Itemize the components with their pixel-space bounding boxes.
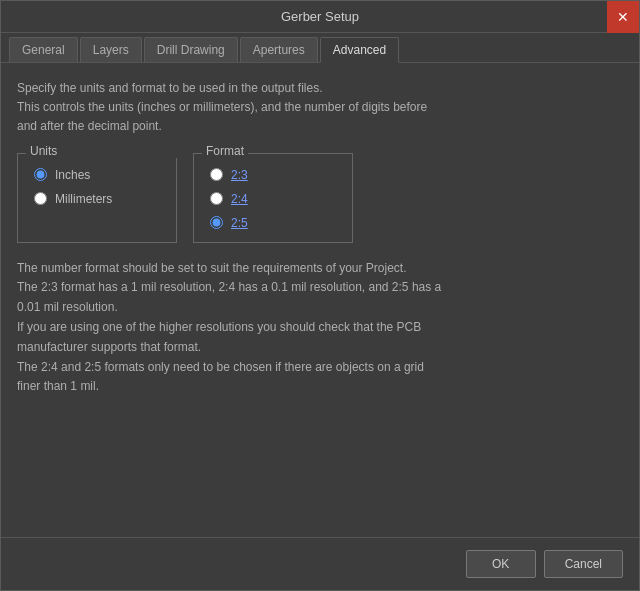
description-text: Specify the units and format to be used … [17,79,623,137]
format-radio-group: 2:3 2:4 2:5 [210,168,336,230]
tab-general[interactable]: General [9,37,78,62]
format-24-item: 2:4 [210,192,336,206]
tab-content: Specify the units and format to be used … [1,63,639,537]
tab-apertures[interactable]: Apertures [240,37,318,62]
units-panel: Units Inches Millimeters [17,153,177,243]
units-millimeters-radio[interactable] [34,192,47,205]
title-bar: Gerber Setup ✕ [1,1,639,33]
format-panel: Format 2:3 2:4 2:5 [193,153,353,243]
footer: OK Cancel [1,537,639,590]
info-text: The number format should be set to suit … [17,259,623,398]
format-23-radio[interactable] [210,168,223,181]
tab-advanced[interactable]: Advanced [320,37,399,63]
format-24-label[interactable]: 2:4 [231,192,248,206]
description-line3: and after the decimal point. [17,119,162,133]
units-inches-item: Inches [34,168,160,182]
tab-drill-drawing[interactable]: Drill Drawing [144,37,238,62]
ok-button[interactable]: OK [466,550,536,578]
units-millimeters-item: Millimeters [34,192,160,206]
format-23-label[interactable]: 2:3 [231,168,248,182]
format-25-radio[interactable] [210,216,223,229]
format-25-label[interactable]: 2:5 [231,216,248,230]
format-23-item: 2:3 [210,168,336,182]
cancel-button[interactable]: Cancel [544,550,623,578]
description-line1: Specify the units and format to be used … [17,81,323,95]
gerber-setup-dialog: Gerber Setup ✕ General Layers Drill Draw… [0,0,640,591]
panels-row: Units Inches Millimeters Format [17,153,623,243]
description-line2: This controls the units (inches or milli… [17,100,427,114]
dialog-title: Gerber Setup [281,9,359,24]
units-millimeters-label[interactable]: Millimeters [55,192,112,206]
units-inches-label[interactable]: Inches [55,168,90,182]
tab-bar: General Layers Drill Drawing Apertures A… [1,33,639,63]
close-button[interactable]: ✕ [607,1,639,33]
format-24-radio[interactable] [210,192,223,205]
units-legend: Units [26,144,186,158]
format-legend: Format [202,144,248,158]
tab-layers[interactable]: Layers [80,37,142,62]
format-25-item: 2:5 [210,216,336,230]
units-inches-radio[interactable] [34,168,47,181]
units-radio-group: Inches Millimeters [34,168,160,206]
